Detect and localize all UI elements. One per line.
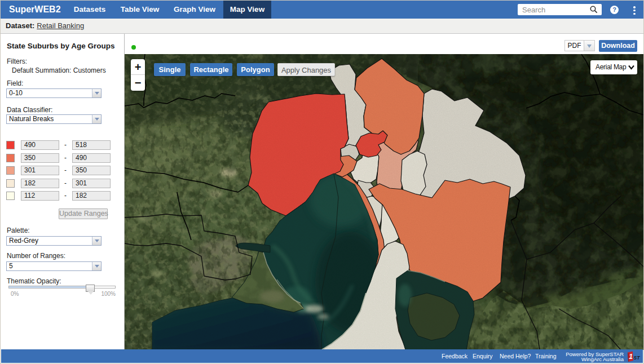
svg-text:ST: ST bbox=[634, 355, 641, 361]
svg-text:1: 1 bbox=[629, 353, 633, 361]
